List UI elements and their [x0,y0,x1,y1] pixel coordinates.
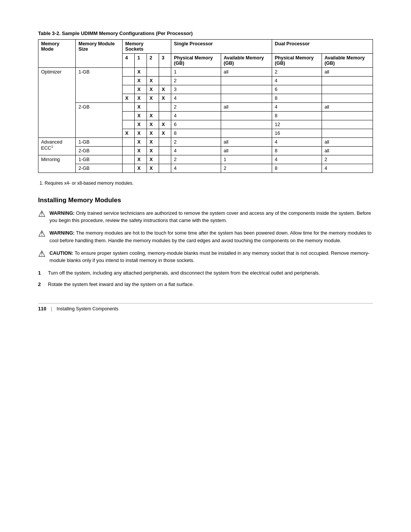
cell-sp-avail: all [221,103,272,112]
cell-s4 [123,68,135,77]
cell-dp-avail: all [322,68,373,77]
cell-sp-phys: 8 [171,129,221,138]
cell-s1: X [135,112,147,120]
cell-sp-phys: 2 [171,77,221,85]
page-number: 110 [38,306,46,312]
cell-dp-avail: all [322,138,373,147]
cell-sp-phys: 6 [171,120,221,129]
cell-s2: X [147,129,159,138]
cell-sp-avail: 1 [221,155,272,164]
col-header-dual-processor: Dual Processor [272,40,373,54]
cell-sp-phys: 3 [171,85,221,94]
section-title: Installing Memory Modules [38,197,373,204]
cell-size-1gb-mirror: 1-GB [76,155,123,164]
cell-s3: X [159,120,171,129]
cell-sp-avail [221,85,272,94]
cell-sp-avail [221,112,272,120]
cell-s4 [123,138,135,147]
cell-s3 [159,103,171,112]
cell-dp-avail [322,129,373,138]
table-row: 2-GB X X 4 all 8 all [38,147,373,155]
col-header-s3: 3 [159,54,171,68]
cell-dp-avail [322,94,373,103]
cell-size-2gb-mirror: 2-GB [76,164,123,173]
table-caption: Table 3-2. Sample UDIMM Memory Configura… [38,30,373,36]
step-text-1: Turn off the system, including any attac… [48,269,320,277]
cell-s4 [123,147,135,155]
table-row: 2-GB X 2 all 4 all [38,103,373,112]
cell-dp-phys: 16 [272,129,322,138]
cell-dp-phys: 4 [272,138,322,147]
col-header-dp-available: Available Memory (GB) [322,54,373,68]
cell-s3: X [159,129,171,138]
col-header-s2: 2 [147,54,159,68]
cell-dp-avail: 2 [322,155,373,164]
cell-s3 [159,68,171,77]
cell-s2: X [147,147,159,155]
cell-sp-avail: all [221,138,272,147]
cell-dp-avail: all [322,103,373,112]
cell-s4 [123,112,135,120]
cell-size-2gb-ecc: 2-GB [76,147,123,155]
cell-s2 [147,68,159,77]
cell-s2: X [147,112,159,120]
col-header-memory-mode: Memory Mode [38,40,76,68]
table-row: Advanced ECC1 1-GB X X 2 all 4 all [38,138,373,147]
cell-s4: X [123,129,135,138]
cell-sp-avail [221,129,272,138]
cell-sp-phys: 2 [171,138,221,147]
cell-s3 [159,155,171,164]
table-row: 2-GB X X 4 2 8 4 [38,164,373,173]
cell-dp-phys: 8 [272,112,322,120]
col-header-module-size: Memory Module Size [76,40,123,68]
page-footer: 110 | Installing System Components [38,303,373,312]
table-footnote: 1. Requires x4- or x8-based memory modul… [40,181,373,186]
caution-block: ⚠ CAUTION: To ensure proper system cooli… [38,249,373,264]
cell-sp-avail: 2 [221,164,272,173]
cell-sp-avail [221,94,272,103]
cell-s4 [123,103,135,112]
cell-s1: X [135,85,147,94]
caution-icon: ⚠ [38,250,46,258]
cell-s3: X [159,85,171,94]
cell-s2: X [147,85,159,94]
table-row: Mirroring 1-GB X X 2 1 4 2 [38,155,373,164]
config-table: Memory Mode Memory Module Size MemorySoc… [38,39,373,173]
col-header-memory-sockets-group: MemorySockets [123,40,171,54]
col-header-sp-available: Available Memory (GB) [221,54,272,68]
cell-s4 [123,164,135,173]
cell-size-2gb-opt: 2-GB [76,103,123,138]
cell-mode-advanced-ecc: Advanced ECC1 [38,138,76,155]
cell-s4: X [123,94,135,103]
cell-dp-avail: all [322,147,373,155]
cell-s1: X [135,164,147,173]
cell-dp-phys: 8 [272,94,322,103]
cell-sp-avail [221,77,272,85]
cell-s4 [123,120,135,129]
cell-s3 [159,164,171,173]
cell-sp-phys: 1 [171,68,221,77]
cell-s1: X [135,147,147,155]
cell-sp-phys: 2 [171,103,221,112]
cell-s4 [123,85,135,94]
cell-s2: X [147,138,159,147]
cell-dp-phys: 12 [272,120,322,129]
col-header-dp-physical: Physical Memory (GB) [272,54,322,68]
cell-sp-phys: 4 [171,112,221,120]
cell-mode-optimizer: Optimizer [38,68,76,138]
cell-sp-avail: all [221,68,272,77]
cell-dp-avail [322,112,373,120]
cell-s3 [159,112,171,120]
footer-label: Installing System Components [57,306,118,312]
cell-dp-avail [322,120,373,129]
cell-s2: X [147,120,159,129]
cell-size-1gb-opt: 1-GB [76,68,123,103]
cell-s2: X [147,155,159,164]
step-list: 1 Turn off the system, including any att… [38,269,373,288]
cell-sp-phys: 4 [171,164,221,173]
caution-text: CAUTION: To ensure proper system cooling… [49,249,373,264]
cell-mode-mirroring: Mirroring [38,155,76,173]
cell-s4 [123,77,135,85]
cell-dp-avail [322,77,373,85]
cell-s1: X [135,155,147,164]
